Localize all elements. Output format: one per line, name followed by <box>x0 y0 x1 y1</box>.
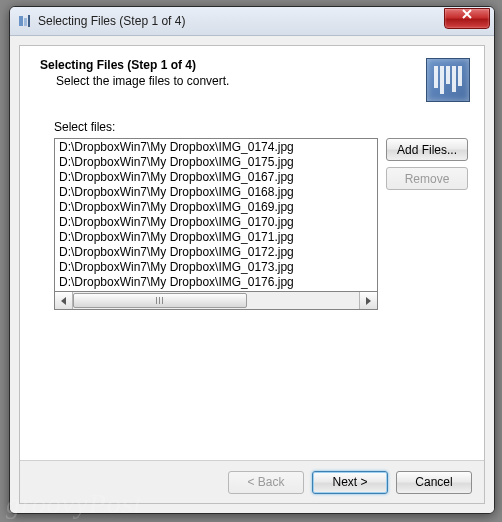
list-item[interactable]: D:\DropboxWin7\My Dropbox\IMG_0169.jpg <box>57 200 375 215</box>
remove-button[interactable]: Remove <box>386 167 468 190</box>
step-heading: Selecting Files (Step 1 of 4) <box>40 58 229 72</box>
list-item[interactable]: D:\DropboxWin7\My Dropbox\IMG_0175.jpg <box>57 155 375 170</box>
list-item[interactable]: D:\DropboxWin7\My Dropbox\IMG_0168.jpg <box>57 185 375 200</box>
horizontal-scrollbar[interactable] <box>54 292 378 310</box>
list-item[interactable]: D:\DropboxWin7\My Dropbox\IMG_0171.jpg <box>57 230 375 245</box>
cancel-button[interactable]: Cancel <box>396 471 472 494</box>
svg-rect-0 <box>19 16 23 26</box>
svg-rect-2 <box>28 15 30 27</box>
next-button[interactable]: Next > <box>312 471 388 494</box>
file-listbox[interactable]: D:\DropboxWin7\My Dropbox\IMG_0174.jpgD:… <box>54 138 378 292</box>
scroll-left-arrow[interactable] <box>55 292 73 309</box>
list-item[interactable]: D:\DropboxWin7\My Dropbox\IMG_0172.jpg <box>57 245 375 260</box>
scroll-thumb[interactable] <box>73 293 247 308</box>
step-subtext: Select the image files to convert. <box>56 74 229 88</box>
app-icon <box>16 13 32 29</box>
wizard-dialog: Selecting Files (Step 1 of 4) Selecting … <box>9 6 495 514</box>
wizard-panel: Selecting Files (Step 1 of 4) Select the… <box>19 45 485 504</box>
back-button[interactable]: < Back <box>228 471 304 494</box>
title-bar[interactable]: Selecting Files (Step 1 of 4) <box>10 7 494 36</box>
client-area: Selecting Files (Step 1 of 4) Select the… <box>10 36 494 513</box>
list-item[interactable]: D:\DropboxWin7\My Dropbox\IMG_0170.jpg <box>57 215 375 230</box>
add-files-button[interactable]: Add Files... <box>386 138 468 161</box>
wizard-icon <box>426 58 470 102</box>
scroll-track[interactable] <box>73 292 359 309</box>
close-button[interactable] <box>444 8 490 29</box>
wizard-body: Select files: D:\DropboxWin7\My Dropbox\… <box>20 112 484 460</box>
svg-rect-1 <box>24 18 27 26</box>
list-item[interactable]: D:\DropboxWin7\My Dropbox\IMG_0176.jpg <box>57 275 375 290</box>
wizard-footer: < Back Next > Cancel <box>20 460 484 503</box>
list-item[interactable]: D:\DropboxWin7\My Dropbox\IMG_0167.jpg <box>57 170 375 185</box>
select-files-label: Select files: <box>54 120 468 134</box>
window-title: Selecting Files (Step 1 of 4) <box>38 14 185 28</box>
list-item[interactable]: D:\DropboxWin7\My Dropbox\IMG_0174.jpg <box>57 140 375 155</box>
wizard-header: Selecting Files (Step 1 of 4) Select the… <box>20 46 484 112</box>
list-item[interactable]: D:\DropboxWin7\My Dropbox\IMG_0173.jpg <box>57 260 375 275</box>
scroll-right-arrow[interactable] <box>359 292 377 309</box>
